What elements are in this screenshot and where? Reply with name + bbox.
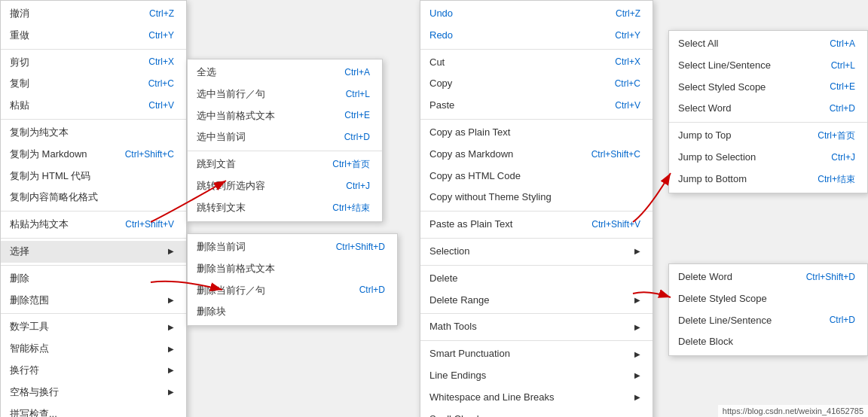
menu-item[interactable]: Delete Styled Scope <box>669 288 867 310</box>
menu-item[interactable]: 复制为 MarkdownCtrl+Shift+C <box>1 144 186 166</box>
menu-item[interactable]: 复制为 HTML 代码 <box>1 166 186 187</box>
menu-item[interactable]: Copy as Plain Text <box>420 122 653 144</box>
menu-item[interactable]: 拼写检查... <box>1 403 186 417</box>
menu-item[interactable]: Jump to BottomCtrl+结束 <box>669 169 867 190</box>
menu-item[interactable]: 选中当前词Ctrl+D <box>188 126 382 148</box>
menu-separator <box>420 119 653 120</box>
submenu-arrow-icon: ▶ <box>634 294 640 306</box>
menu-item-shortcut: Ctrl+X <box>615 55 640 69</box>
menu-item-label: 复制为纯文本 <box>10 125 69 141</box>
menu-item[interactable]: 跳转到所选内容Ctrl+J <box>188 175 382 197</box>
menu-item[interactable]: 删除当前行／句Ctrl+D <box>188 280 397 302</box>
menu-separator <box>1 49 186 50</box>
menu-item[interactable]: Smart Punctuation▶ <box>420 343 653 365</box>
menu-item[interactable]: Delete <box>420 268 653 290</box>
chinese-select-submenu[interactable]: 全选Ctrl+A选中当前行／句Ctrl+L选中当前格式文本Ctrl+E选中当前词… <box>187 59 383 222</box>
menu-item-label: Select All <box>678 36 718 52</box>
menu-item-label: 跳转到文末 <box>197 200 246 216</box>
menu-item[interactable]: Line Endings▶ <box>420 365 653 387</box>
menu-item[interactable]: 复制内容简略化格式 <box>1 187 186 208</box>
menu-item[interactable]: Spell Check... <box>420 409 653 417</box>
menu-item[interactable]: Delete Line/SentenceCtrl+D <box>669 310 867 332</box>
menu-item[interactable]: CopyCtrl+C <box>420 73 653 95</box>
menu-item[interactable]: Selection▶ <box>420 241 653 263</box>
menu-item[interactable]: 粘贴为纯文本Ctrl+Shift+V <box>1 214 186 236</box>
menu-item[interactable]: Delete WordCtrl+Shift+D <box>669 266 867 288</box>
menu-separator <box>420 49 653 50</box>
menu-separator <box>669 122 867 123</box>
menu-item[interactable]: 删除 <box>1 268 186 290</box>
menu-item[interactable]: 全选Ctrl+A <box>188 62 382 84</box>
menu-item[interactable]: Paste as Plain TextCtrl+Shift+V <box>420 214 653 236</box>
menu-item-label: 空格与换行 <box>10 385 59 400</box>
menu-item[interactable]: 删除当前格式文本 <box>188 258 397 280</box>
english-main-menu[interactable]: UndoCtrl+ZRedoCtrl+YCutCtrl+XCopyCtrl+CP… <box>420 0 653 417</box>
menu-item[interactable]: Jump to TopCtrl+首页 <box>669 125 867 147</box>
menu-item[interactable]: Copy without Theme Styling <box>420 187 653 208</box>
menu-item[interactable]: RedoCtrl+Y <box>420 25 653 47</box>
menu-item-shortcut: Ctrl+V <box>148 99 174 113</box>
menu-item[interactable]: PasteCtrl+V <box>420 95 653 117</box>
menu-item-label: Cut <box>429 55 445 71</box>
menu-item[interactable]: 数学工具▶ <box>1 316 186 338</box>
menu-item[interactable]: 选中当前行／句Ctrl+L <box>188 84 382 105</box>
menu-item-label: Copy as Markdown <box>429 147 513 163</box>
menu-separator <box>1 238 186 239</box>
english-select-submenu[interactable]: Select AllCtrl+ASelect Line/SentenceCtrl… <box>668 30 868 193</box>
chinese-main-menu[interactable]: 撤消Ctrl+Z重做Ctrl+Y剪切Ctrl+X复制Ctrl+C粘贴Ctrl+V… <box>0 0 187 417</box>
menu-item[interactable]: Copy as HTML Code <box>420 166 653 187</box>
menu-item[interactable]: UndoCtrl+Z <box>420 3 653 25</box>
menu-item[interactable]: 换行符▶ <box>1 360 186 382</box>
menu-item[interactable]: 跳到文首Ctrl+首页 <box>188 154 382 175</box>
menu-item[interactable]: 删除块 <box>188 301 397 323</box>
menu-item[interactable]: 智能标点▶ <box>1 338 186 360</box>
submenu-arrow-icon: ▶ <box>168 245 174 257</box>
menu-item-label: Selection <box>429 244 469 260</box>
menu-item-label: 粘贴 <box>10 98 29 114</box>
submenu-arrow-icon: ▶ <box>634 349 640 361</box>
english-delete-submenu[interactable]: Delete WordCtrl+Shift+DDelete Styled Sco… <box>668 263 868 356</box>
menu-item-label: 换行符 <box>10 363 39 379</box>
menu-item[interactable]: 复制为纯文本 <box>1 122 186 144</box>
menu-item[interactable]: Select AllCtrl+A <box>669 33 867 55</box>
menu-item-shortcut: Ctrl+Shift+V <box>591 218 640 232</box>
menu-item-label: 删除当前词 <box>197 239 246 255</box>
menu-item[interactable]: Whitespace and Line Breaks▶ <box>420 387 653 409</box>
menu-item[interactable]: Math Tools▶ <box>420 316 653 338</box>
menu-item-shortcut: Ctrl+L <box>831 59 855 73</box>
menu-separator <box>1 119 186 120</box>
menu-item-label: Whitespace and Line Breaks <box>429 390 554 406</box>
menu-item-shortcut: Ctrl+首页 <box>818 129 855 143</box>
menu-item[interactable]: Copy as MarkdownCtrl+Shift+C <box>420 144 653 166</box>
menu-item[interactable]: 跳转到文末Ctrl+结束 <box>188 197 382 219</box>
menu-separator <box>420 265 653 266</box>
menu-item[interactable]: 选择▶ <box>1 241 186 263</box>
menu-item-label: Delete <box>429 271 458 287</box>
menu-item[interactable]: Jump to SelectionCtrl+J <box>669 147 867 169</box>
menu-item-shortcut: Ctrl+X <box>148 55 174 69</box>
menu-item[interactable]: 删除范围▶ <box>1 290 186 312</box>
menu-item[interactable]: Delete Block <box>669 331 867 353</box>
menu-item-label: Jump to Selection <box>678 150 756 166</box>
menu-item-label: 复制 <box>10 76 29 92</box>
menu-item-shortcut: Ctrl+Shift+D <box>336 240 385 254</box>
menu-item[interactable]: Select WordCtrl+D <box>669 98 867 120</box>
menu-item[interactable]: 删除当前词Ctrl+Shift+D <box>188 236 397 258</box>
menu-item[interactable]: 撤消Ctrl+Z <box>1 3 186 25</box>
menu-item[interactable]: Select Styled ScopeCtrl+E <box>669 77 867 99</box>
menu-item[interactable]: 重做Ctrl+Y <box>1 25 186 47</box>
menu-item[interactable]: 复制Ctrl+C <box>1 73 186 95</box>
menu-item[interactable]: 粘贴Ctrl+V <box>1 95 186 117</box>
menu-item[interactable]: 选中当前格式文本Ctrl+E <box>188 105 382 127</box>
menu-item-label: Copy as HTML Code <box>429 169 521 184</box>
menu-item[interactable]: 空格与换行▶ <box>1 382 186 403</box>
menu-item[interactable]: Delete Range▶ <box>420 290 653 312</box>
menu-separator <box>420 340 653 341</box>
menu-item-label: Select Styled Scope <box>678 80 766 96</box>
menu-item[interactable]: Select Line/SentenceCtrl+L <box>669 55 867 77</box>
menu-item[interactable]: 剪切Ctrl+X <box>1 52 186 74</box>
chinese-delete-range-submenu[interactable]: 删除当前词Ctrl+Shift+D删除当前格式文本删除当前行／句Ctrl+D删除… <box>187 233 398 326</box>
menu-item-shortcut: Ctrl+Shift+C <box>591 148 640 162</box>
menu-item-label: 选中当前词 <box>197 129 246 145</box>
menu-item[interactable]: CutCtrl+X <box>420 52 653 74</box>
